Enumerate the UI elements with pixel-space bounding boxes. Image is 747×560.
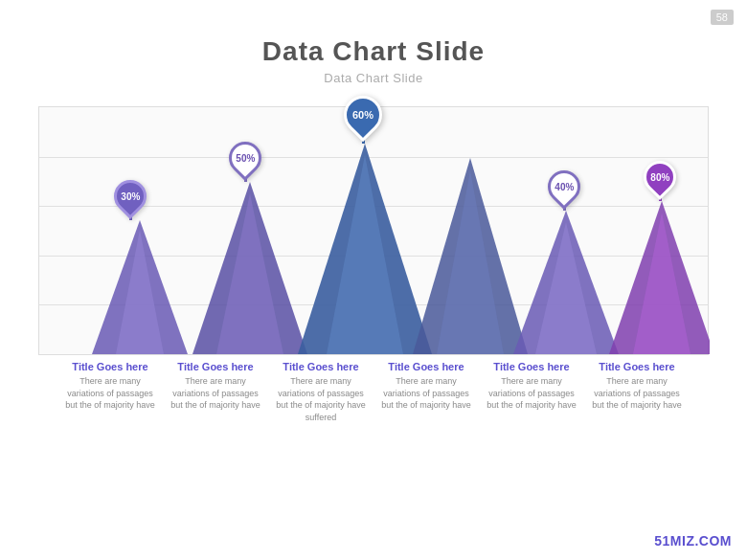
pin-1-label: 30% bbox=[121, 191, 140, 202]
pin-5: 40% bbox=[548, 170, 580, 211]
slide-header: Data Chart Slide Data Chart Slide bbox=[0, 0, 747, 85]
label-5-desc: There are many variations of passages bu… bbox=[484, 375, 579, 412]
pin-2-label: 50% bbox=[236, 153, 255, 164]
label-2: Title Goes here There are many variation… bbox=[168, 361, 263, 423]
pin-1: 30% bbox=[114, 180, 147, 220]
pin-6: 80% bbox=[644, 161, 676, 201]
label-1-desc: There are many variations of passages bu… bbox=[62, 375, 158, 412]
label-3-title: Title Goes here bbox=[273, 361, 369, 372]
label-2-title: Title Goes here bbox=[168, 361, 263, 372]
label-2-desc: There are many variations of passages bu… bbox=[168, 375, 263, 412]
pin-3: 60% bbox=[344, 96, 382, 144]
label-1-title: Title Goes here bbox=[62, 361, 158, 372]
label-5-title: Title Goes here bbox=[484, 361, 579, 372]
label-4-title: Title Goes here bbox=[378, 361, 474, 372]
pin-6-label: 80% bbox=[650, 172, 669, 183]
sub-title: Data Chart Slide bbox=[0, 71, 747, 85]
label-4: Title Goes here There are many variation… bbox=[378, 361, 474, 423]
label-3: Title Goes here There are many variation… bbox=[273, 361, 369, 423]
label-5: Title Goes here There are many variation… bbox=[484, 361, 579, 423]
chart-area: 30% 50% 60% 40% 80% bbox=[38, 106, 709, 355]
labels-row: Title Goes here There are many variation… bbox=[38, 361, 709, 423]
label-3-desc: There are many variations of passages bu… bbox=[273, 375, 369, 423]
label-6-desc: There are many variations of passages bu… bbox=[589, 375, 685, 412]
label-1: Title Goes here There are many variation… bbox=[62, 361, 158, 423]
watermark: 51MIZ.COM bbox=[654, 533, 732, 549]
label-6-title: Title Goes here bbox=[589, 361, 685, 372]
pin-3-label: 60% bbox=[352, 109, 374, 121]
pin-2: 50% bbox=[229, 142, 261, 182]
main-title: Data Chart Slide bbox=[0, 36, 747, 67]
page-number: 58 bbox=[711, 10, 734, 25]
pin-5-label: 40% bbox=[555, 182, 574, 192]
label-6: Title Goes here There are many variation… bbox=[589, 361, 685, 423]
label-4-desc: There are many variations of passages bu… bbox=[378, 375, 474, 412]
